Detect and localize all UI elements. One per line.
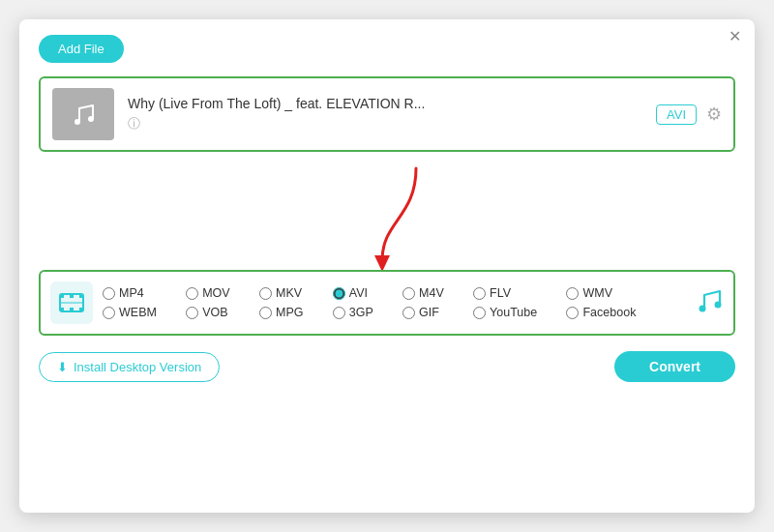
music-icon bbox=[68, 99, 99, 130]
close-button[interactable]: ✕ bbox=[729, 29, 741, 44]
svg-rect-6 bbox=[60, 308, 64, 311]
format-option-mov[interactable]: MOV bbox=[186, 286, 242, 300]
file-thumbnail bbox=[52, 88, 114, 140]
bottom-bar: ⬇ Install Desktop Version Convert bbox=[39, 351, 735, 382]
format-option-webm[interactable]: WEBM bbox=[103, 306, 168, 319]
convert-button[interactable]: Convert bbox=[614, 351, 735, 382]
video-format-icon bbox=[50, 281, 93, 324]
main-dialog: ✕ Add File Why (Live From The Loft) _ fe… bbox=[19, 19, 755, 513]
format-option-youtube[interactable]: YouTube bbox=[473, 306, 549, 319]
svg-rect-9 bbox=[70, 308, 74, 311]
format-option-vob[interactable]: VOB bbox=[186, 306, 242, 319]
file-actions: AVI ⚙ bbox=[656, 103, 722, 125]
install-label: Install Desktop Version bbox=[74, 360, 201, 374]
svg-point-0 bbox=[74, 119, 80, 125]
red-arrow bbox=[329, 163, 445, 270]
svg-point-12 bbox=[715, 302, 722, 309]
install-button[interactable]: ⬇ Install Desktop Version bbox=[39, 352, 220, 382]
svg-point-1 bbox=[88, 116, 94, 122]
format-grid: MP4MOVMKVAVIM4VFLVWMVWEBMVOBMPG3GPGIFYou… bbox=[103, 286, 677, 319]
gear-icon[interactable]: ⚙ bbox=[706, 103, 722, 125]
format-option-mp4[interactable]: MP4 bbox=[103, 286, 168, 300]
film-icon bbox=[58, 289, 85, 316]
svg-marker-2 bbox=[374, 255, 390, 270]
format-option-3gp[interactable]: 3GP bbox=[333, 306, 385, 319]
file-title: Why (Live From The Loft) _ feat. ELEVATI… bbox=[128, 96, 656, 111]
download-icon: ⬇ bbox=[57, 360, 68, 374]
format-badge[interactable]: AVI bbox=[656, 104, 697, 125]
format-option-flv[interactable]: FLV bbox=[473, 286, 549, 300]
format-option-mpg[interactable]: MPG bbox=[259, 306, 315, 319]
add-file-button[interactable]: Add File bbox=[39, 35, 124, 63]
file-info: Why (Live From The Loft) _ feat. ELEVATI… bbox=[128, 96, 656, 133]
music-icon-right bbox=[695, 285, 724, 320]
format-box: MP4MOVMKVAVIM4VFLVWMVWEBMVOBMPG3GPGIFYou… bbox=[39, 270, 735, 336]
format-option-mkv[interactable]: MKV bbox=[259, 286, 315, 300]
info-icon[interactable]: ⓘ bbox=[128, 115, 656, 133]
format-option-avi[interactable]: AVI bbox=[333, 286, 385, 300]
format-option-facebook[interactable]: Facebook bbox=[566, 306, 647, 319]
format-option-m4v[interactable]: M4V bbox=[402, 286, 456, 300]
arrow-area bbox=[39, 163, 735, 270]
svg-rect-8 bbox=[70, 294, 74, 298]
svg-rect-5 bbox=[79, 294, 83, 298]
svg-rect-4 bbox=[60, 294, 64, 298]
format-option-wmv[interactable]: WMV bbox=[566, 286, 647, 300]
file-row: Why (Live From The Loft) _ feat. ELEVATI… bbox=[39, 76, 735, 152]
svg-point-11 bbox=[700, 306, 706, 312]
format-option-gif[interactable]: GIF bbox=[402, 306, 456, 319]
svg-rect-7 bbox=[79, 308, 83, 311]
